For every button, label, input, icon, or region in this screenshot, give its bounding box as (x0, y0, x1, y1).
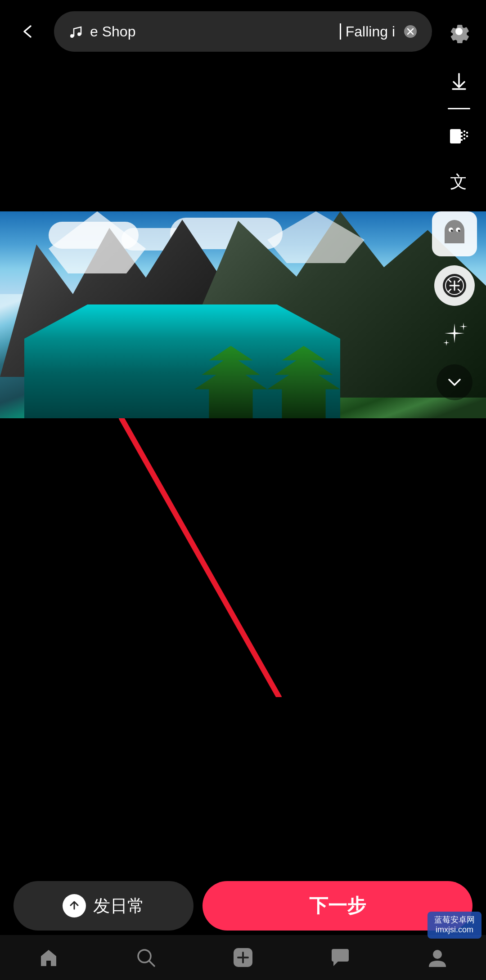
watermark-text: 蓝莓安卓网imxjsi.com (434, 915, 475, 935)
search-clear-button[interactable] (402, 23, 418, 40)
image-right-panel (432, 211, 477, 400)
collapse-button[interactable] (436, 364, 472, 400)
nav-search-button[interactable] (128, 940, 164, 976)
svg-point-17 (451, 230, 453, 232)
svg-rect-6 (461, 139, 463, 141)
nav-profile-button[interactable] (419, 940, 455, 976)
svg-point-1 (77, 32, 81, 36)
svg-rect-5 (461, 135, 463, 137)
watermark: 蓝莓安卓网imxjsi.com (428, 912, 482, 939)
nav-home-button[interactable] (31, 940, 67, 976)
video-preview (0, 211, 486, 418)
compare-button[interactable] (441, 118, 477, 154)
svg-rect-9 (464, 138, 465, 139)
svg-rect-10 (466, 132, 468, 134)
search-text-left: e Shop (90, 23, 335, 40)
svg-point-24 (433, 950, 442, 959)
post-daily-label: 发日常 (93, 895, 144, 917)
bottom-action-bar: 发日常 下一步 (0, 877, 486, 935)
svg-text:文: 文 (450, 172, 467, 191)
post-daily-button[interactable]: 发日常 (14, 881, 194, 931)
search-bar[interactable]: e Shop Falling i (54, 11, 432, 52)
red-diagonal-line (0, 418, 486, 697)
music-icon (68, 23, 84, 40)
ghost-avatar-button[interactable] (432, 211, 477, 256)
svg-rect-14 (445, 231, 464, 243)
svg-point-18 (458, 230, 460, 232)
black-bottom-area (0, 418, 486, 891)
landscape-background (0, 211, 486, 418)
svg-rect-11 (466, 135, 468, 137)
svg-rect-4 (461, 132, 463, 134)
search-text-right: Falling i (346, 23, 395, 40)
svg-line-21 (122, 418, 279, 697)
next-label: 下一步 (309, 893, 366, 918)
svg-rect-3 (450, 129, 461, 143)
icon-divider (448, 108, 470, 109)
svg-point-0 (70, 34, 74, 38)
svg-rect-8 (464, 134, 465, 136)
cursor-divider (340, 23, 341, 40)
download-button[interactable] (441, 63, 477, 99)
bottom-navigation (0, 935, 486, 980)
upload-icon (63, 894, 86, 917)
nav-messages-button[interactable] (322, 940, 358, 976)
text-overlay-button[interactable]: 文 (441, 163, 477, 199)
top-bar: e Shop Falling i (0, 0, 486, 63)
right-icon-panel: 文 (441, 63, 477, 199)
sparkle-effects-button[interactable] (434, 315, 475, 355)
ai-enhance-button[interactable] (434, 265, 475, 306)
black-top-area (0, 63, 382, 211)
back-button[interactable] (9, 13, 45, 49)
settings-button[interactable] (441, 13, 477, 49)
svg-rect-7 (464, 130, 465, 132)
nav-create-button[interactable] (225, 940, 261, 976)
